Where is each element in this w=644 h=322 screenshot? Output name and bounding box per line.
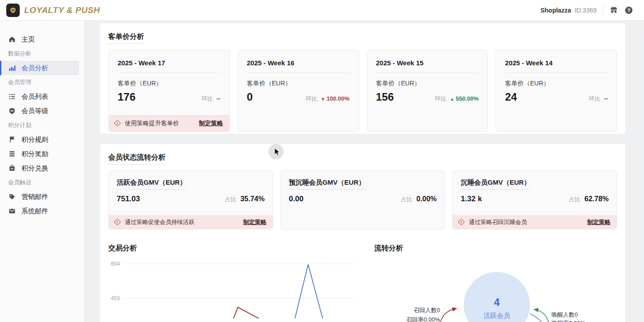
app-title: LOYALTY & PUSH: [24, 5, 100, 15]
help-icon[interactable]: ?: [624, 6, 633, 15]
trend-indicator: 环比 ▲550.00%: [435, 95, 479, 103]
sidebar-item-points-rewards[interactable]: 积分奖励: [0, 147, 79, 161]
metric-label: 客单价（EUR）: [118, 80, 220, 88]
outflow-curve: [530, 314, 545, 322]
storefront-icon[interactable]: [610, 6, 618, 14]
store-name: Shoplazza: [540, 7, 571, 14]
metric-value: 24: [505, 91, 517, 103]
metric-label: 客单价（EUR）: [376, 80, 479, 88]
sidebar-item-label: 会员等级: [21, 107, 48, 115]
sidebar-item-points-redeem[interactable]: 积分兑换: [0, 161, 79, 175]
sidebar-item-label: 会员分析: [21, 64, 48, 72]
aov-section-title: 客单价分析: [108, 32, 144, 44]
sidebar-item-label: 系统邮件: [21, 207, 48, 216]
metric-value: 156: [376, 91, 394, 103]
gmv-value: 1.32 k: [461, 195, 482, 203]
blue-series-line: [295, 264, 323, 318]
aov-panel: 客单价分析 2025 - Week 17 客单价（EUR） 176 环比 -- …: [100, 23, 625, 134]
tag-icon: [8, 193, 16, 201]
ratio-indicator: 占比 35.74%: [225, 195, 265, 203]
sidebar-item-label: 积分规则: [21, 136, 48, 144]
trend-indicator: 环比 --: [589, 95, 608, 103]
shield-logo-icon: [8, 6, 17, 15]
gmv-card-active: 活跃会员GMV（EUR） 751.03 占比 35.74% ! 通过策略促使会员…: [108, 170, 273, 229]
up-arrow-icon: ▲: [450, 97, 454, 102]
gmv-value: 0.00: [289, 195, 304, 203]
recall-labels: 召回人数0 召回率0.00%: [406, 305, 440, 322]
sidebar-item-label: 会员列表: [21, 93, 48, 101]
trend-indicator: 环比 ▼100.00%: [306, 95, 350, 103]
sidebar-item-points-rules[interactable]: 积分规则: [0, 132, 79, 147]
wake-rate: 唤醒率0.00%: [551, 319, 585, 322]
mail-icon: [8, 208, 16, 215]
card-period: 2025 - Week 15: [376, 59, 479, 67]
sidebar-item-label: 积分兑换: [21, 164, 48, 173]
alert-diamond-icon: !: [114, 219, 121, 226]
badge-icon: [8, 107, 16, 115]
bar-chart-icon: [8, 64, 16, 72]
strategy-banner: ! 使用策略提升客单价 制定策略: [109, 115, 229, 131]
sidebar-section-member-reach: 会员触达: [0, 175, 85, 190]
metric-value: 0: [247, 91, 253, 103]
down-arrow-icon: ▼: [321, 97, 325, 102]
svg-text:?: ?: [627, 8, 631, 13]
mouse-cursor: [268, 144, 284, 159]
flow-chart: 流转分析 4 活跃会员 召回: [374, 243, 617, 318]
sidebar-section-points-plan: 积分计划: [0, 118, 85, 132]
banner-text: 通过策略召回沉睡会员: [469, 218, 527, 226]
aov-card-week15: 2025 - Week 15 客单价（EUR） 156 环比 ▲550.00%: [367, 50, 488, 132]
card-period: 2025 - Week 17: [118, 59, 220, 67]
ratio-indicator: 占比 62.78%: [569, 195, 609, 203]
divider: [376, 72, 479, 73]
card-period: 2025 - Week 14: [505, 59, 608, 67]
sidebar-item-label: 积分奖励: [21, 150, 48, 158]
gmv-card-title: 沉睡会员GMV（EUR）: [461, 178, 530, 190]
aov-card-week14: 2025 - Week 14 客单价（EUR） 24 环比 --: [496, 50, 617, 132]
red-series-line: [233, 307, 260, 318]
svg-text:604: 604: [111, 261, 120, 267]
member-status-panel: 会员状态流转分析 活跃会员GMV（EUR） 751.03 占比 35.74% !…: [100, 144, 625, 322]
strategy-banner: ! 通过策略促使会员持续活跃 制定策略: [109, 215, 273, 229]
sidebar-item-marketing-email[interactable]: 营销邮件: [0, 190, 79, 204]
recall-rate: 召回率0.00%: [406, 315, 440, 322]
recall-arrow: [440, 309, 456, 322]
sidebar-item-home[interactable]: 主页: [0, 32, 79, 47]
wake-count: 唤醒人数0: [551, 310, 585, 319]
recall-count: 召回人数0: [406, 305, 440, 315]
metric-label: 客单价（EUR）: [505, 80, 608, 88]
wake-arrow: [534, 309, 549, 322]
charts-row: 交易分析 604 453 流转分析 4 活跃会员: [108, 243, 617, 318]
sidebar-item-label: 营销邮件: [21, 193, 48, 201]
transaction-line-chart: 604 453: [108, 260, 359, 318]
gmv-card-sleep: 沉睡会员GMV（EUR） 1.32 k 占比 62.78% ! 通过策略召回沉睡…: [452, 170, 617, 229]
topbar: LOYALTY & PUSH Shoplazza ID:3369 ?: [0, 0, 644, 21]
sidebar-item-member-analysis[interactable]: 会员分析: [0, 61, 79, 75]
make-strategy-link[interactable]: 制定策略: [587, 218, 610, 226]
ratio-indicator: 占比 0.00%: [401, 195, 437, 203]
divider: [505, 72, 608, 73]
app-logo[interactable]: [6, 4, 20, 17]
aov-cards-row: 2025 - Week 17 客单价（EUR） 176 环比 -- ! 使用策略…: [108, 50, 617, 132]
card-period: 2025 - Week 16: [247, 59, 350, 67]
sidebar-item-system-email[interactable]: 系统邮件: [0, 204, 79, 218]
transaction-chart: 交易分析 604 453: [108, 243, 361, 318]
coins-icon: [8, 150, 16, 158]
sidebar-item-member-level[interactable]: 会员等级: [0, 104, 79, 118]
store-id: ID:3369: [575, 7, 597, 14]
topbar-divider: [603, 6, 603, 15]
sidebar-item-member-list[interactable]: 会员列表: [0, 89, 79, 104]
make-strategy-link[interactable]: 制定策略: [199, 119, 223, 127]
gmv-cards-row: 活跃会员GMV（EUR） 751.03 占比 35.74% ! 通过策略促使会员…: [108, 170, 617, 229]
status-section-title: 会员状态流转分析: [108, 153, 165, 165]
aov-card-week17: 2025 - Week 17 客单价（EUR） 176 环比 -- ! 使用策略…: [108, 50, 230, 132]
list-icon: [8, 93, 16, 101]
transaction-chart-title: 交易分析: [108, 243, 361, 253]
sidebar-item-label: 主页: [21, 35, 35, 44]
home-icon: [8, 36, 16, 43]
bag-icon: [8, 165, 16, 172]
gmv-card-pre-sleep: 预沉睡会员GMV（EUR） 0.00 占比 0.00%: [280, 170, 445, 229]
make-strategy-link[interactable]: 制定策略: [243, 218, 267, 226]
divider: [247, 72, 350, 73]
wake-labels: 唤醒人数0 唤醒率0.00%: [551, 310, 585, 322]
main-content: 客单价分析 2025 - Week 17 客单价（EUR） 176 环比 -- …: [85, 21, 644, 322]
